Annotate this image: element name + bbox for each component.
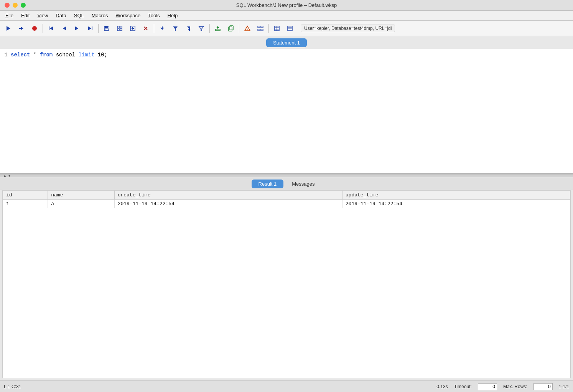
col-create-time: create_time bbox=[114, 191, 342, 200]
delete-row-button[interactable] bbox=[140, 23, 152, 34]
run-current-button[interactable] bbox=[15, 23, 28, 34]
menu-edit[interactable]: Edit bbox=[17, 12, 33, 19]
svg-marker-24 bbox=[173, 26, 178, 31]
editor-pane: Statement 1 1 select * from school limit… bbox=[0, 36, 573, 174]
warn-button[interactable] bbox=[241, 23, 254, 34]
menu-file[interactable]: File bbox=[2, 12, 17, 19]
commit-button[interactable] bbox=[156, 23, 168, 34]
editor-area[interactable]: 1 select * from school limit 10; bbox=[0, 49, 573, 173]
svg-point-3 bbox=[32, 26, 37, 31]
separator-3 bbox=[154, 24, 154, 33]
code-content[interactable]: select * from school limit 10; bbox=[11, 52, 570, 170]
svg-rect-31 bbox=[230, 26, 233, 30]
svg-rect-15 bbox=[117, 29, 119, 31]
svg-rect-36 bbox=[258, 26, 260, 28]
result-pane: Result 1 Messages id name create_time up… bbox=[0, 177, 573, 380]
svg-rect-38 bbox=[258, 29, 260, 31]
columns-button[interactable] bbox=[284, 23, 296, 34]
import-button[interactable] bbox=[212, 23, 224, 34]
status-bar: L:1 C:31 0.13s Timeout: Max. Rows: 1-1/1 bbox=[0, 380, 573, 392]
menu-workspace[interactable]: Workspace bbox=[112, 12, 144, 19]
svg-marker-2 bbox=[21, 27, 23, 30]
clear-filter-button[interactable] bbox=[195, 23, 207, 34]
last-button[interactable] bbox=[84, 23, 96, 34]
svg-rect-13 bbox=[117, 26, 119, 28]
statement-tab-bar: Statement 1 bbox=[0, 36, 573, 49]
svg-rect-39 bbox=[261, 29, 263, 31]
query-time: 0.13s bbox=[436, 384, 448, 389]
cell-create-time: 2019-11-19 14:22:54 bbox=[114, 200, 342, 208]
data-grid: id name create_time update_time 1 a 2019… bbox=[3, 190, 570, 208]
cell-name: a bbox=[48, 200, 114, 208]
col-name: name bbox=[48, 191, 114, 200]
result-tab-bar: Result 1 Messages bbox=[0, 177, 573, 190]
svg-rect-12 bbox=[105, 29, 108, 30]
header-row: id name create_time update_time bbox=[3, 191, 570, 200]
separator-5 bbox=[239, 24, 239, 33]
max-rows-label: Max. Rows: bbox=[503, 384, 527, 389]
menu-view[interactable]: View bbox=[33, 12, 52, 19]
prev-button[interactable] bbox=[58, 23, 70, 34]
svg-marker-0 bbox=[7, 26, 10, 31]
resize-handle[interactable]: ▲ ▼ bbox=[0, 174, 573, 177]
statement-tab[interactable]: Statement 1 bbox=[266, 38, 307, 47]
separator-1 bbox=[43, 24, 43, 33]
svg-marker-26 bbox=[188, 29, 189, 30]
separator-6 bbox=[268, 24, 269, 33]
insert-row-button[interactable] bbox=[127, 23, 139, 34]
filter-button[interactable] bbox=[169, 23, 181, 34]
svg-rect-32 bbox=[229, 27, 232, 31]
svg-rect-14 bbox=[120, 26, 122, 28]
table-view-button[interactable] bbox=[271, 23, 283, 34]
next-button[interactable] bbox=[71, 23, 83, 34]
menu-data[interactable]: Data bbox=[52, 12, 70, 19]
minimize-button[interactable] bbox=[13, 3, 18, 8]
cursor-position: L:1 C:31 bbox=[4, 384, 21, 389]
table-row[interactable]: 1 a 2019-11-19 14:22:54 2019-11-19 14:22… bbox=[3, 200, 570, 208]
connection-info: User=kepler, Database=test4dmp, URL=jdl bbox=[301, 25, 395, 32]
svg-marker-7 bbox=[75, 26, 78, 30]
stop-button[interactable] bbox=[28, 23, 41, 34]
maximize-button[interactable] bbox=[21, 3, 26, 8]
menu-tools[interactable]: Tools bbox=[144, 12, 163, 19]
svg-rect-44 bbox=[288, 26, 292, 31]
menu-bar: File Edit View Data SQL Macros Workspace… bbox=[0, 11, 573, 21]
menu-help[interactable]: Help bbox=[164, 12, 182, 19]
close-button[interactable] bbox=[5, 3, 10, 8]
run-button[interactable] bbox=[2, 23, 15, 34]
menu-macros[interactable]: Macros bbox=[88, 12, 112, 19]
messages-tab[interactable]: Messages bbox=[285, 180, 321, 188]
grid-button[interactable] bbox=[114, 23, 126, 34]
timeout-label: Timeout: bbox=[454, 384, 472, 389]
result-tab-1[interactable]: Result 1 bbox=[252, 180, 284, 188]
filter-dropdown-button[interactable] bbox=[182, 23, 194, 34]
grid-header: id name create_time update_time bbox=[3, 191, 570, 200]
window-controls bbox=[5, 3, 26, 8]
menu-sql[interactable]: SQL bbox=[70, 12, 88, 19]
col-id: id bbox=[3, 191, 48, 200]
max-rows-input[interactable] bbox=[533, 383, 553, 390]
multi-connect-button[interactable] bbox=[254, 23, 267, 34]
svg-marker-25 bbox=[187, 26, 190, 31]
grid-body: 1 a 2019-11-19 14:22:54 2019-11-19 14:22… bbox=[3, 200, 570, 208]
svg-marker-6 bbox=[63, 26, 66, 30]
col-update-time: update_time bbox=[342, 191, 570, 200]
copy-data-button[interactable] bbox=[225, 23, 237, 34]
line-numbers: 1 bbox=[0, 52, 11, 170]
main-area: Statement 1 1 select * from school limit… bbox=[0, 36, 573, 380]
cell-update-time: 2019-11-19 14:22:54 bbox=[342, 200, 570, 208]
svg-point-34 bbox=[247, 28, 248, 28]
svg-rect-16 bbox=[120, 29, 122, 31]
toolbar: User=kepler, Database=test4dmp, URL=jdl bbox=[0, 21, 573, 36]
svg-rect-11 bbox=[105, 26, 108, 28]
timeout-input[interactable] bbox=[478, 383, 497, 390]
window-title: SQL Workbench/J New profile – Default.wk… bbox=[236, 2, 337, 8]
title-bar: SQL Workbench/J New profile – Default.wk… bbox=[0, 0, 573, 11]
svg-marker-5 bbox=[50, 26, 53, 30]
separator-2 bbox=[98, 24, 99, 33]
svg-marker-9 bbox=[88, 26, 91, 30]
svg-marker-27 bbox=[199, 26, 204, 31]
row-range: 1-1/1 bbox=[559, 384, 569, 389]
save-button[interactable] bbox=[100, 23, 113, 34]
first-button[interactable] bbox=[45, 23, 57, 34]
